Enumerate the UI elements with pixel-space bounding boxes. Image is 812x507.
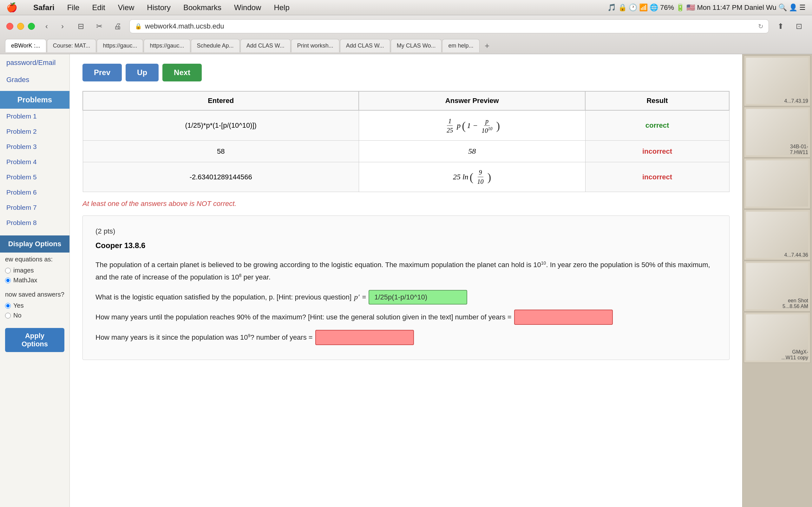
saved-option-no[interactable]: No [5,311,64,320]
back-button[interactable]: ‹ [40,20,53,33]
forward-button[interactable]: › [56,20,69,33]
equation-option-mathjax[interactable]: MathJax [5,275,64,285]
new-tab-button[interactable]: + [481,40,493,51]
refresh-icon[interactable]: ↻ [758,22,763,30]
tab-2[interactable]: Course: MAT... [47,39,96,52]
up-button[interactable]: Up [125,64,159,81]
saved-radio-yes[interactable] [5,303,11,308]
saved-option-yes[interactable]: Yes [5,301,64,311]
tab-8[interactable]: Add CLAS W... [340,39,390,52]
sidebar-item-problem6[interactable]: Problem 6 [0,185,69,200]
problem-question-1: What is the logistic equation satisfied … [96,290,716,304]
entered-cell-1: (1/25)*p*(1-[p/(10^10)]) [83,110,359,141]
tab-10[interactable]: em help... [442,39,479,52]
saved-radio-no[interactable] [5,313,11,319]
screenshot-thumb-6[interactable]: GMgX-...W11 copy [744,312,810,363]
sidebar: password/Email Grades Problems Problem 1… [0,54,70,507]
tab-9[interactable]: My CLAS Wo... [391,39,442,52]
print-button[interactable]: 🖨 [111,20,124,33]
q1-input[interactable] [368,290,467,304]
math-expression-1: 1 25 p ( 1 − p 1010 ) [444,117,500,134]
equation-radio-group: images MathJax [0,264,69,288]
lock-icon: 🔒 [135,23,142,30]
thumb-image-4 [746,212,808,258]
browser-toolbar: ‹ › ⊟ ✂ 🖨 🔒 webwork4.math.ucsb.edu ↻ ⬆ ⊡ [0,15,812,38]
warning-text: At least one of the answers above is NOT… [83,200,729,208]
sidebar-item-problem8[interactable]: Problem 8 [0,215,69,230]
browser-chrome: ‹ › ⊟ ✂ 🖨 🔒 webwork4.math.ucsb.edu ↻ ⬆ ⊡… [0,15,812,54]
preview-cell-3: 25 ln ( 9 10 ) [359,162,585,192]
tab-4[interactable]: https://gauc... [144,39,190,52]
upload-button[interactable]: ⬆ [774,20,787,33]
screenshot-label-6: GMgX-...W11 copy [781,349,808,360]
q1-equals: = [362,291,366,303]
sidebar-link-password[interactable]: password/Email [0,54,69,71]
sidebar-link-grades[interactable]: Grades [0,71,69,89]
equation-radio-mathjax[interactable] [5,278,11,283]
equation-option-images[interactable]: images [5,266,64,275]
screenshot-thumb-5[interactable]: een Shot5...8.56 AM [744,261,810,312]
menu-view[interactable]: View [118,3,135,12]
sidebar-item-problem2[interactable]: Problem 2 [0,124,69,139]
menu-safari[interactable]: Safari [33,3,55,12]
problem-box: (2 pts) Cooper 13.8.6 The population of … [83,216,729,360]
tab-1[interactable]: eBWorK :... [5,39,46,52]
q1-text: What is the logistic equation satisfied … [96,291,351,303]
screenshot-thumb-2[interactable]: 34B-01-7.HW11 [744,107,810,158]
tab-5[interactable]: Schedule Ap... [191,39,240,52]
problem-pts: (2 pts) [96,225,716,237]
sidebar-item-problem4[interactable]: Problem 4 [0,154,69,170]
menu-history[interactable]: History [147,3,171,12]
answer-table: Entered Answer Preview Result (1/25)*p*(… [83,91,729,192]
screenshot-label-1: 4...7.43.19 [784,98,808,104]
sidebar-item-problem3[interactable]: Problem 3 [0,139,69,154]
traffic-lights[interactable] [6,23,35,30]
maximize-button[interactable] [28,23,35,30]
math-expression-3: 25 ln ( 9 10 ) [453,169,491,185]
tab-3[interactable]: https://gauc... [97,39,143,52]
fraction-1-25: 1 25 [445,117,454,134]
entered-cell-2: 58 [83,141,359,162]
tab-7[interactable]: Print worksh... [291,39,339,52]
next-button[interactable]: Next [162,64,202,81]
menu-bookmarks[interactable]: Bookmarks [183,3,221,12]
close-button[interactable] [6,23,13,30]
menu-file[interactable]: File [67,3,80,12]
menu-edit[interactable]: Edit [92,3,105,12]
duplicate-button[interactable]: ⊡ [792,20,806,33]
page-layout: password/Email Grades Problems Problem 1… [0,54,812,507]
mac-status-bar: 🎵 🔒 🕐 📶 🌐 76% 🔋 🇺🇸 Mon 11:47 PM Daniel W… [607,3,806,12]
share-button[interactable]: ✂ [93,20,106,33]
screenshot-thumb-3[interactable] [744,158,810,209]
q3-text: How many years is it since the populatio… [96,331,313,343]
result-cell-3: incorrect [585,162,729,192]
q3-input[interactable] [315,330,414,345]
sidebar-section-display-options: Display Options [0,235,69,252]
tab-6[interactable]: Add CLAS W... [241,39,291,52]
address-bar[interactable]: 🔒 webwork4.math.ucsb.edu ↻ [130,19,769,33]
q2-input[interactable] [514,309,613,325]
table-row: 58 58 incorrect [83,141,729,162]
right-panel: 4...7.43.19 34B-01-7.HW11 4...7.44.36 ee… [742,54,812,507]
tab-bar: eBWorK :... Course: MAT... https://gauc.… [0,38,812,54]
screenshot-label-4: 4...7.44.36 [784,252,808,258]
sidebar-item-problem1[interactable]: Problem 1 [0,109,69,124]
result-correct-1: correct [646,121,669,129]
apply-options-button[interactable]: Apply Options [5,328,64,352]
status-icons: 🎵 🔒 🕐 📶 🌐 76% 🔋 🇺🇸 Mon 11:47 PM Daniel W… [607,3,806,12]
screenshot-label-5: een Shot5...8.56 AM [782,298,808,309]
q2-text: How many years until the population reac… [96,311,512,323]
equation-radio-images[interactable] [5,268,11,274]
sidebar-item-problem5[interactable]: Problem 5 [0,170,69,185]
screenshot-thumb-1[interactable]: 4...7.43.19 [744,55,810,106]
apple-logo: 🍎 [6,2,17,13]
sidebar-item-problem7[interactable]: Problem 7 [0,200,69,215]
screenshot-thumb-4[interactable]: 4...7.44.36 [744,210,810,260]
menu-help[interactable]: Help [274,3,289,12]
sidebar-toggle-button[interactable]: ⊟ [74,20,88,33]
menu-window[interactable]: Window [234,3,261,12]
entered-cell-3: -2.63401289144566 [83,162,359,192]
preview-cell-2: 58 [359,141,585,162]
prev-button[interactable]: Prev [83,64,122,81]
minimize-button[interactable] [17,23,24,30]
